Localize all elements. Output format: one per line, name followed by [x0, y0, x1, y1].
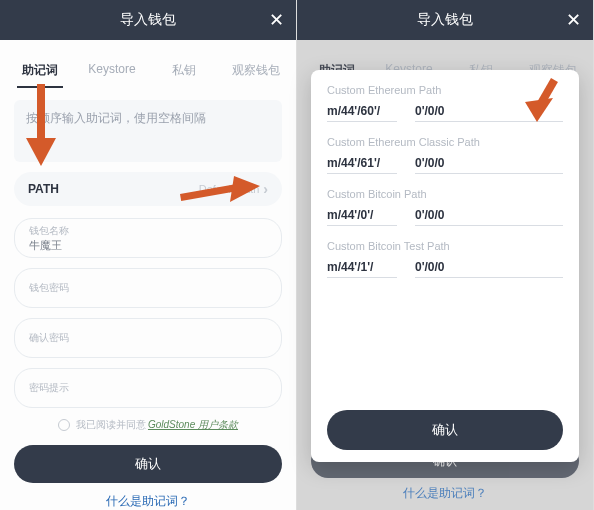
wallet-password-label: 钱包密码 [29, 281, 267, 295]
path-value-hint: Default Path [199, 183, 260, 195]
confirm-password-field[interactable]: 确认密码 [14, 318, 282, 358]
path-prefix: m/44'/0'/ [327, 208, 397, 226]
modal-confirm-button[interactable]: 确认 [327, 410, 563, 450]
wallet-password-field[interactable]: 钱包密码 [14, 268, 282, 308]
terms-link[interactable]: GoldStone 用户条款 [148, 418, 238, 432]
path-section-btc: Custom Bitcoin Path m/44'/0'/ 0'/0/0 [327, 188, 563, 226]
path-prefix: m/44'/61'/ [327, 156, 397, 174]
path-row[interactable]: PATH Default Path › [14, 172, 282, 206]
password-hint-field[interactable]: 密码提示 [14, 368, 282, 408]
wallet-name-label: 钱包名称 [29, 224, 267, 238]
terms-row: 我已阅读并同意 GoldStone 用户条款 [14, 418, 282, 432]
header-title: 导入钱包 [417, 11, 473, 29]
path-prefix: m/44'/1'/ [327, 260, 397, 278]
confirm-password-label: 确认密码 [29, 331, 267, 345]
tab-privatekey[interactable]: 私钥 [148, 54, 220, 87]
path-section-etc: Custom Ethereum Classic Path m/44'/61'/ … [327, 136, 563, 174]
path-prefix: m/44'/60'/ [327, 104, 397, 122]
password-hint-label: 密码提示 [29, 381, 267, 395]
header: 导入钱包 ✕ [0, 0, 296, 40]
header-title: 导入钱包 [120, 11, 176, 29]
path-label: PATH [28, 182, 59, 196]
close-icon[interactable]: ✕ [269, 9, 284, 31]
mnemonic-placeholder: 按顺序输入助记词，使用空格间隔 [26, 111, 206, 125]
confirm-button[interactable]: 确认 [14, 445, 282, 483]
terms-prefix: 我已阅读并同意 [76, 418, 146, 432]
mnemonic-input[interactable]: 按顺序输入助记词，使用空格间隔 [14, 100, 282, 162]
path-label: Custom Bitcoin Test Path [327, 240, 563, 252]
close-icon[interactable]: ✕ [566, 9, 581, 31]
tab-watch[interactable]: 观察钱包 [220, 54, 292, 87]
path-value-input[interactable]: 0'/0/0 [415, 104, 563, 122]
terms-checkbox[interactable] [58, 419, 70, 431]
tab-keystore[interactable]: Keystore [76, 54, 148, 87]
help-link[interactable]: 什么是助记词？ [297, 485, 593, 502]
help-link[interactable]: 什么是助记词？ [0, 493, 296, 510]
path-section-eth: Custom Ethereum Path m/44'/60'/ 0'/0/0 [327, 84, 563, 122]
path-section-btc-test: Custom Bitcoin Test Path m/44'/1'/ 0'/0/… [327, 240, 563, 278]
wallet-name-value: 牛魔王 [29, 238, 267, 253]
header: 导入钱包 ✕ [297, 0, 593, 40]
chevron-right-icon: › [263, 181, 268, 197]
tab-mnemonic[interactable]: 助记词 [4, 54, 76, 87]
content: 按顺序输入助记词，使用空格间隔 PATH Default Path › 钱包名称… [0, 88, 296, 445]
path-value-input[interactable]: 0'/0/0 [415, 260, 563, 278]
path-label: Custom Ethereum Path [327, 84, 563, 96]
path-value-input[interactable]: 0'/0/0 [415, 208, 563, 226]
path-label: Custom Ethereum Classic Path [327, 136, 563, 148]
tabs: 助记词 Keystore 私钥 观察钱包 [0, 54, 296, 88]
left-screen: 导入钱包 ✕ 助记词 Keystore 私钥 观察钱包 按顺序输入助记词，使用空… [0, 0, 297, 510]
path-modal: Custom Ethereum Path m/44'/60'/ 0'/0/0 C… [311, 70, 579, 462]
wallet-name-field[interactable]: 钱包名称 牛魔王 [14, 218, 282, 258]
path-value-input[interactable]: 0'/0/0 [415, 156, 563, 174]
right-screen: 导入钱包 ✕ 助记词 Keystore 私钥 观察钱包 确认 什么是助记词？ C… [297, 0, 594, 510]
path-label: Custom Bitcoin Path [327, 188, 563, 200]
